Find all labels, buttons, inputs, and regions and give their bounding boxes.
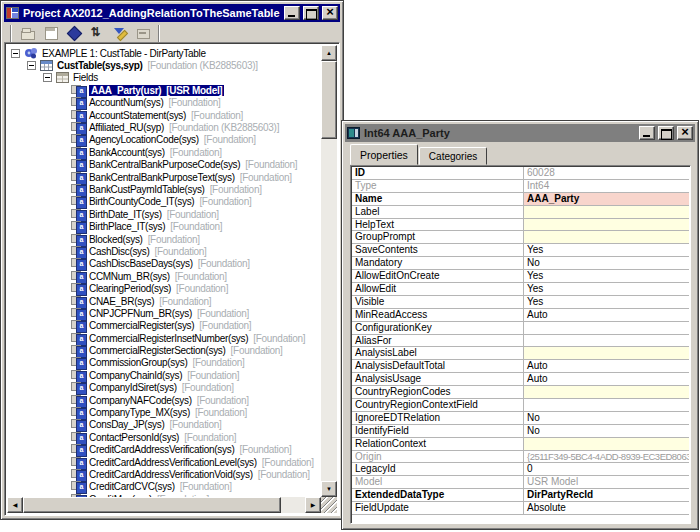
tree-field-item[interactable]: BankAccount(sys) [Foundation]	[7, 146, 321, 158]
property-value[interactable]: Auto	[524, 360, 689, 372]
vertical-scroll-thumb[interactable]	[321, 61, 337, 139]
property-value[interactable]: Yes	[524, 296, 689, 308]
tree-field-item[interactable]: CreditCardCVC(sys) [Foundation]	[7, 481, 321, 493]
tree-field-item[interactable]: Blocked(sys) [Foundation]	[7, 233, 321, 245]
property-value[interactable]	[524, 322, 689, 334]
property-value[interactable]	[524, 399, 689, 411]
property-value[interactable]: Auto	[524, 309, 689, 321]
tree-field-item[interactable]: CompanyType_MX(sys) [Foundation]	[7, 406, 321, 418]
tree-field-item[interactable]: CCMNum_BR(sys) [Foundation]	[7, 270, 321, 282]
compile-icon[interactable]	[63, 24, 84, 43]
minimize-button[interactable]	[284, 6, 300, 20]
close-button[interactable]	[677, 126, 693, 140]
tree-field-item[interactable]: CreditCardAddressVerificationVoid(sys) […	[7, 468, 321, 480]
property-value[interactable]: Yes	[524, 244, 689, 256]
property-value[interactable]: Int64	[524, 180, 689, 192]
scroll-down-button[interactable]: ▼	[321, 481, 337, 497]
tab-categories[interactable]: Categories	[419, 147, 487, 165]
property-value[interactable]	[524, 438, 689, 450]
tree-field-item[interactable]: Affiliated_RU(syp) [Foundation (KB288560…	[7, 121, 321, 133]
maximize-button[interactable]	[658, 126, 674, 140]
property-value[interactable]: {2511F349-5BC4-4ADD-8939-EC3ED806392A}	[524, 451, 689, 463]
tree-field-label-group: ContactPersonId(sys) [Foundation]	[89, 432, 236, 443]
tree-field-item[interactable]: ConsDay_JP(sys) [Foundation]	[7, 419, 321, 431]
property-value[interactable]: Yes	[524, 283, 689, 295]
tree-field-item[interactable]: ContactPersonId(sys) [Foundation]	[7, 431, 321, 443]
property-value[interactable]: AAA_Party	[524, 193, 689, 205]
property-value[interactable]: 60028	[524, 167, 689, 179]
resize-grip[interactable]	[321, 497, 337, 513]
tree-horizontal-scrollbar[interactable]: ◀ ▶	[7, 497, 321, 513]
tree-field-item[interactable]: CompanyChainId(sys) [Foundation]	[7, 369, 321, 381]
filter-icon[interactable]	[109, 24, 130, 43]
collapse-icon[interactable]	[43, 73, 52, 82]
tree-field-item[interactable]: CommissionGroup(sys) [Foundation]	[7, 357, 321, 369]
property-value[interactable]: 0	[524, 463, 689, 475]
property-value[interactable]: DirPartyRecId	[524, 489, 689, 501]
tree-field-item[interactable]: AccountNum(sys) [Foundation]	[7, 97, 321, 109]
close-button[interactable]	[322, 6, 338, 20]
tree-field-item[interactable]: CNAE_BR(sys) [Foundation]	[7, 295, 321, 307]
tree-field-item[interactable]: CreditCardAddressVerification(sys) [Foun…	[7, 444, 321, 456]
maximize-button[interactable]	[303, 6, 319, 20]
property-label: IdentifyField	[352, 425, 524, 437]
new-window-icon	[40, 24, 61, 43]
tree-field-item[interactable]: BankCustPaymIdTable(sys) [Foundation]	[7, 183, 321, 195]
tree-field-item[interactable]: ClearingPeriod(sys) [Foundation]	[7, 282, 321, 294]
field-model-suffix: [Foundation]	[197, 308, 249, 319]
property-value[interactable]: No	[524, 412, 689, 424]
collapse-icon[interactable]	[11, 49, 20, 58]
tree-node-fields[interactable]: Fields	[7, 72, 321, 84]
tab-properties[interactable]: Properties	[350, 144, 418, 165]
field-model-suffix: [Foundation]	[258, 469, 310, 480]
import-icon[interactable]	[86, 24, 107, 43]
tree-field-item[interactable]: BirthDate_IT(sys) [Foundation]	[7, 208, 321, 220]
tree-node-custtable[interactable]: CustTable(sys,syp) [Foundation (KB288560…	[7, 59, 321, 71]
tree-field-item[interactable]: BirthCountyCode_IT(sys) [Foundation]	[7, 196, 321, 208]
field-name: Affiliated_RU(syp)	[89, 122, 164, 133]
property-value[interactable]	[524, 335, 689, 347]
property-value[interactable]	[524, 231, 689, 243]
tree-field-item[interactable]: CompanyNAFCode(sys) [Foundation]	[7, 394, 321, 406]
properties-window-titlebar[interactable]: Int64 AAA_Party	[345, 124, 695, 142]
horizontal-scroll-thumb[interactable]	[23, 497, 281, 513]
property-value[interactable]: USR Model	[524, 476, 689, 488]
tree-field-item[interactable]: CommercialRegisterSection(sys) [Foundati…	[7, 344, 321, 356]
property-value[interactable]: Absolute	[524, 502, 689, 514]
property-value[interactable]	[524, 219, 689, 231]
tree-field-item[interactable]: CompanyIdSiret(sys) [Foundation]	[7, 382, 321, 394]
tree-field-item[interactable]: CommercialRegisterInsetNumber(sys) [Foun…	[7, 332, 321, 344]
property-value[interactable]: Yes	[524, 270, 689, 282]
field-model-suffix: [Foundation]	[180, 481, 232, 492]
field-icon	[71, 296, 85, 307]
field-icon	[71, 357, 85, 368]
property-value[interactable]: No	[524, 257, 689, 269]
tree-field-item[interactable]: BankCentralBankPurposeText(sys) [Foundat…	[7, 171, 321, 183]
tree-vertical-scrollbar[interactable]: ▲ ▼	[321, 45, 337, 497]
field-model-suffix: [Foundation]	[240, 172, 292, 183]
field-name: CCMNum_BR(sys)	[89, 271, 170, 282]
tree-field-item[interactable]: CashDiscBaseDays(sys) [Foundation]	[7, 258, 321, 270]
tree-field-item[interactable]: CashDisc(sys) [Foundation]	[7, 245, 321, 257]
tree-field-item[interactable]: CNPJCPFNum_BR(sys) [Foundation]	[7, 307, 321, 319]
property-value[interactable]	[524, 206, 689, 218]
tree-field-item[interactable]: BankCentralBankPurposeCode(sys) [Foundat…	[7, 159, 321, 171]
collapse-icon[interactable]	[27, 61, 36, 70]
property-value[interactable]: Auto	[524, 373, 689, 385]
property-value[interactable]	[524, 386, 689, 398]
tree-field-item[interactable]: CommercialRegister(sys) [Foundation]	[7, 320, 321, 332]
tree-field-item[interactable]: CreditCardAddressVerificationLevel(sys) …	[7, 456, 321, 468]
tree-field-item[interactable]: AAA_Party(usr) [USR Model]	[7, 84, 321, 96]
scroll-right-button[interactable]: ▶	[305, 497, 321, 513]
property-value[interactable]	[524, 347, 689, 359]
tree-node-project[interactable]: EXAMPLE 1: CustTable - DirPartyTable	[7, 47, 321, 59]
tree-field-item[interactable]: AccountStatement(sys) [Foundation]	[7, 109, 321, 121]
project-window-titlebar[interactable]: Project AX2012_AddingRelationToTheSameTa…	[4, 4, 340, 22]
property-value[interactable]: No	[524, 425, 689, 437]
tree-field-label-group: BankAccount(sys) [Foundation]	[89, 147, 222, 158]
scroll-left-button[interactable]: ◀	[7, 497, 23, 513]
tree-field-item[interactable]: BirthPlace_IT(sys) [Foundation]	[7, 220, 321, 232]
tree-field-item[interactable]: AgencyLocationCode(sys) [Foundation]	[7, 134, 321, 146]
minimize-button[interactable]	[639, 126, 655, 140]
scroll-up-button[interactable]: ▲	[321, 45, 337, 61]
